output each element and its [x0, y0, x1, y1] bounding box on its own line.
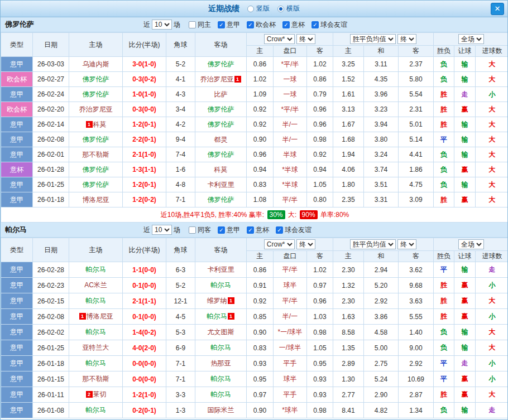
away-team-name: 卡利亚里 — [208, 181, 234, 189]
avg-odds-select[interactable]: 胜平负均值 — [350, 34, 396, 44]
result-cell: 负 — [434, 177, 454, 192]
layout-option-horizontal[interactable]: 横版 — [277, 4, 300, 13]
avg-away-odds: 2.87 — [399, 387, 434, 403]
away-team-name: 都灵 — [214, 136, 228, 143]
home-odds: 0.86 — [247, 262, 274, 278]
team-section-parma: 帕尔马 近 10 场 同客✓意甲✓意杯✓球会友谊 类型 日期 主场 比分(半场)… — [1, 223, 507, 418]
subcol-home-odds: 主 — [247, 251, 274, 262]
handicap-result-cell: 输 — [454, 132, 476, 147]
home-team-name: 佛罗伦萨 — [83, 75, 109, 83]
radio-unselected-icon[interactable] — [247, 6, 254, 12]
checkbox-checked-icon[interactable]: ✓ — [282, 21, 290, 28]
near-label: 近 — [143, 225, 150, 235]
match-row: 意甲26-02-15帕尔马2-1(1-1)12-1维罗纳10.92平/半0.96… — [1, 293, 508, 309]
matches-label: 场 — [174, 225, 180, 235]
scope-select[interactable]: 全场 — [458, 34, 484, 44]
corner-score: 9-4 — [166, 132, 195, 147]
corner-score: 1-3 — [166, 403, 195, 418]
home-odds: 0.86 — [247, 57, 274, 72]
checkbox-checked-icon[interactable]: ✓ — [247, 21, 254, 28]
match-row: 意甲26-02-08佛罗伦萨2-2(0-1)9-4都灵0.90半/一0.981.… — [1, 132, 508, 147]
match-row: 欧会杯26-02-20乔治罗尼亚0-3(0-0)3-4佛罗伦萨0.92*平/半0… — [1, 102, 508, 117]
avg-away-odds: 4.75 — [399, 177, 434, 192]
checkbox-checked-icon[interactable]: ✓ — [311, 21, 319, 28]
match-count-select[interactable]: 10 — [152, 20, 172, 30]
goals-result-cell: 走 — [476, 403, 508, 418]
league-badge: 欧会杯 — [1, 72, 33, 87]
home-team-cell: 乌迪内斯 — [69, 57, 123, 72]
match-row: 意甲26-02-081博洛尼亚0-1(0-0)4-5帕尔马10.85半/一1.0… — [1, 309, 508, 325]
away-odds: 1.02 — [307, 57, 333, 72]
radio-selected-icon[interactable] — [277, 6, 284, 12]
away-team-cell: 帕尔马 — [195, 371, 247, 387]
avg-away-odds: 9.68 — [399, 278, 434, 293]
home-team-cell: 帕尔马 — [69, 293, 123, 309]
handicap-result-cell: 输 — [454, 147, 476, 162]
bookmaker-select[interactable]: Crow* — [264, 34, 295, 44]
checkbox-checked-icon[interactable]: ✓ — [218, 21, 225, 28]
filter-checkbox[interactable]: ✓意甲 — [218, 20, 240, 30]
filter-checkbox[interactable]: 同客 — [189, 225, 211, 235]
match-date: 26-01-25 — [33, 340, 69, 356]
handicap-result-cell: 赢 — [454, 293, 476, 309]
avg-away-odds: 10.69 — [399, 371, 434, 387]
checkbox-checked-icon[interactable]: ✓ — [218, 226, 225, 234]
filter-checkbox[interactable]: ✓欧会杯 — [247, 20, 276, 30]
home-team-cell: 乔治罗尼亚 — [69, 102, 123, 117]
corner-score: 3-3 — [166, 387, 195, 403]
handicap-line: 半/一 — [274, 117, 307, 132]
away-team-cell: 帕尔马 — [195, 340, 247, 356]
subcol-avg-draw: 和 — [364, 251, 399, 262]
away-odds: 0.95 — [307, 356, 333, 371]
handicap-result-cell: 输 — [454, 72, 476, 87]
filter-checkbox[interactable]: ✓意杯 — [247, 225, 269, 235]
league-badge: 意杯 — [1, 162, 33, 177]
league-badge: 意甲 — [1, 147, 33, 162]
result-cell: 负 — [434, 72, 454, 87]
match-date: 26-02-08 — [33, 309, 69, 325]
filter-checkbox[interactable]: ✓意杯 — [282, 20, 305, 30]
checkbox-unchecked-icon[interactable] — [189, 226, 196, 234]
odds-time-select[interactable]: 终 — [296, 239, 315, 249]
checkbox-unchecked-icon[interactable] — [189, 21, 196, 28]
handicap-line: 半/一 — [274, 309, 307, 325]
layout-option-vertical[interactable]: 竖版 — [247, 4, 270, 13]
bookmaker-select[interactable]: Crow* — [264, 239, 295, 249]
col-corner: 角球 — [166, 238, 195, 262]
col-score: 比分(半场) — [123, 238, 166, 262]
home-team-name: 科莫 — [93, 120, 107, 128]
avg-odds-select[interactable]: 胜平负均值 — [350, 239, 396, 249]
big-rate-label: 大: — [286, 211, 299, 219]
scope-select[interactable]: 全场 — [458, 239, 484, 249]
avg-time-select[interactable]: 终 — [397, 239, 416, 249]
filter-checkbox[interactable]: ✓意甲 — [218, 225, 240, 235]
checkbox-checked-icon[interactable]: ✓ — [247, 226, 254, 234]
avg-odds-header: 胜平负均值 终 — [333, 33, 434, 46]
match-count-select[interactable]: 10 — [152, 225, 172, 235]
away-team-cell: 国际米兰 — [195, 403, 247, 418]
team-name: 帕尔马 — [5, 225, 142, 235]
corner-score: 5-2 — [166, 57, 195, 72]
filter-checkbox[interactable]: 同主 — [189, 20, 211, 30]
corner-score: 4-1 — [166, 72, 195, 87]
checkbox-label: 同客 — [198, 225, 211, 235]
goals-result-cell: 大 — [476, 177, 508, 192]
avg-time-select[interactable]: 终 — [397, 34, 416, 44]
odds-time-select[interactable]: 终 — [296, 34, 315, 44]
filter-checkbox[interactable]: ✓球会友谊 — [276, 225, 311, 235]
corner-score: 4-3 — [166, 87, 195, 102]
checkbox-checked-icon[interactable]: ✓ — [276, 226, 283, 234]
close-button[interactable]: ✕ — [491, 3, 504, 15]
corner-score: 7-4 — [166, 147, 195, 162]
match-date: 26-01-25 — [33, 177, 69, 192]
match-score: 1-2(1-0) — [123, 387, 166, 403]
home-team-cell: 亚特兰大 — [69, 340, 123, 356]
filter-checkbox[interactable]: ✓球会友谊 — [311, 20, 347, 30]
goals-result-cell: 大 — [476, 325, 508, 340]
goals-result-cell: 大 — [476, 117, 508, 132]
avg-away-odds: 5.54 — [399, 87, 434, 102]
match-row: 意甲26-01-15那不勒斯0-0(0-0)7-1帕尔马0.95球半0.931.… — [1, 371, 508, 387]
match-row: 意甲26-02-02帕尔马1-4(0-2)5-3尤文图斯0.90*一/球半0.9… — [1, 325, 508, 340]
away-team-cell: 都灵 — [195, 132, 247, 147]
home-team-name: AC米兰 — [84, 281, 107, 289]
